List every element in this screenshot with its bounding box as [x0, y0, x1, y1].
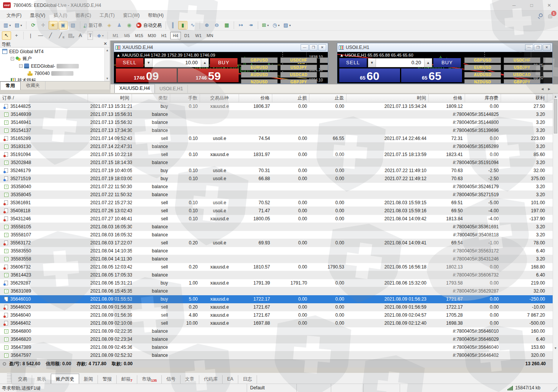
history-row-35558105[interactable]: ↑355581052021.08.03 16:05:30balance#:780…: [0, 223, 553, 231]
navigator-tab-常用[interactable]: 常用: [0, 81, 21, 90]
experts-icon[interactable]: ♟: [115, 21, 124, 29]
sell-button[interactable]: SELL: [116, 58, 143, 67]
scroll-up-icon[interactable]: ▲: [553, 95, 558, 98]
history-row-35646402[interactable]: 356464022021.08.09 02:10:08sell10.00xauu…: [0, 319, 553, 327]
history-row-35583558[interactable]: ↑355835582021.08.04 14:11:30balance#:780…: [0, 255, 553, 263]
navigator-item-2[interactable]: −EEDGlobal-: [0, 62, 104, 70]
scroll-down-icon[interactable]: ▼: [553, 346, 558, 350]
chart-restore-button[interactable]: ❒: [309, 44, 317, 50]
chart-minimize-button[interactable]: —: [301, 44, 309, 50]
history-row-35358045[interactable]: ↑353580452021.07.22 11:50:32balance#:780…: [0, 191, 553, 199]
volume-decrease-icon[interactable]: ▼: [145, 59, 153, 67]
chart-minimize-button[interactable]: —: [525, 44, 533, 50]
shapes-icon[interactable]: ◆▾: [96, 31, 105, 40]
volume-value[interactable]: 10.00: [153, 59, 201, 67]
column-header-3[interactable]: 手数: [170, 94, 200, 102]
terminal-tab-文章[interactable]: 文章: [181, 375, 199, 384]
timeframe-W1[interactable]: W1: [193, 32, 204, 39]
symbol-button-EURUSD[interactable]: EURUSD: [241, 65, 278, 70]
terminal-tab-日志[interactable]: 日志: [238, 375, 257, 384]
menu-item-3[interactable]: 图表(C): [72, 11, 96, 20]
scroll-up-icon[interactable]: ▲: [105, 49, 110, 52]
periods-icon[interactable]: ◷▾: [271, 21, 281, 29]
resize-grip[interactable]: [553, 387, 557, 391]
symbol-button-GBPUSD[interactable]: GBPUSD: [241, 57, 278, 63]
symbol-button-XAUUSD[interactable]: XAUUSD: [543, 57, 552, 63]
history-row-35154137[interactable]: ↑351541372021.07.13 17:34:30balance#:780…: [0, 127, 553, 135]
text-icon[interactable]: A: [76, 31, 85, 40]
symbol-button-USDJPY[interactable]: USDJPY: [280, 65, 317, 70]
zoom-out-icon[interactable]: ⊖: [212, 21, 221, 29]
history-row-35431246[interactable]: 354312462021.07.27 10:46:41sell0.10xauus…: [0, 215, 553, 223]
column-header-9[interactable]: 价格: [429, 94, 465, 102]
buy-button[interactable]: BUY: [210, 58, 238, 67]
notifications-icon[interactable]: 1: [548, 12, 554, 18]
history-row-35558107[interactable]: ↑355581072021.08.03 16:05:32balance#:780…: [0, 231, 553, 239]
history-row-35191094[interactable]: 351910942021.07.15 10:22:18sell0.10xauus…: [0, 151, 553, 159]
window-minimize-button[interactable]: ─: [505, 0, 523, 11]
bar-chart-icon[interactable]: ║: [168, 21, 177, 29]
column-header-0[interactable]: 订单 /: [0, 94, 88, 102]
terminal-tab-新闻[interactable]: 新闻: [79, 375, 98, 384]
navigator-icon[interactable]: ★: [49, 21, 58, 29]
vline-icon[interactable]: |: [26, 31, 35, 40]
chart-window-titlebar[interactable]: USOil.E,H1—❒✕: [337, 43, 552, 52]
symbol-button-NZDUSD[interactable]: NZDUSD: [464, 79, 501, 83]
history-row-35165289[interactable]: 351652892021.07.14 09:52:43sell0.10usoil…: [0, 135, 553, 143]
history-row-35646029[interactable]: 356460292021.08.09 01:56:39sell0.20xauus…: [0, 303, 553, 311]
symbol-button-USDCHF[interactable]: USDCHF: [504, 57, 540, 63]
hline-icon[interactable]: —: [36, 31, 45, 40]
symbol-button-EURUSD[interactable]: EURUSD: [464, 65, 501, 70]
history-row-35647597[interactable]: ↑356475972021.08.09 02:52:32balance#:780…: [0, 351, 553, 359]
timeframe-M5[interactable]: M5: [122, 32, 132, 39]
history-row-35202848[interactable]: ↑352028482021.07.15 18:14:33balance#:780…: [0, 159, 553, 167]
timeframe-D1[interactable]: D1: [182, 32, 192, 39]
new-order-icon[interactable]: ▯+新订单: [83, 21, 104, 29]
symbol-button-USOIL[interactable]: USOIL: [543, 65, 552, 70]
symbol-button-GBPJPY[interactable]: GBPJPY: [504, 79, 540, 83]
history-row-35583550[interactable]: ↑355835502021.08.04 14:10:35balance#:780…: [0, 247, 553, 255]
navigator-item-3[interactable]: 780040: [0, 70, 104, 77]
chart-close-button[interactable]: ✕: [543, 44, 551, 50]
indicators-icon[interactable]: ⊞▾: [260, 21, 270, 29]
navigator-scrollbar[interactable]: ▲ ▼: [104, 48, 110, 81]
volume-increase-icon[interactable]: ▲: [201, 59, 208, 67]
chart-tab-USOil.E,H1[interactable]: USOil.E,H1: [155, 85, 188, 93]
menu-item-4[interactable]: 工具(T): [95, 11, 119, 20]
sell-price[interactable]: 174609: [116, 68, 177, 82]
symbol-button-USDCAD[interactable]: USDCAD: [280, 72, 317, 78]
fibonacci-icon[interactable]: ▤F: [66, 31, 75, 40]
tree-expander-icon[interactable]: −: [11, 57, 14, 60]
chart-restore-button[interactable]: ❒: [534, 44, 542, 50]
terminal-tab-邮箱[interactable]: 邮箱7: [117, 375, 137, 384]
navigator-item-4[interactable]: 技术指标: [0, 77, 104, 81]
timeframe-H4[interactable]: H4: [170, 32, 181, 39]
terminal-tab-EA[interactable]: EA: [223, 375, 238, 384]
terminal-tab-警报[interactable]: 警报: [98, 375, 117, 384]
tree-expander-icon[interactable]: −: [19, 64, 23, 68]
chart-body[interactable]: GBPUSDUSDCHFXAUUSDEURUSDUSDJPYUSOILAUDUS…: [114, 52, 328, 83]
cursor-icon[interactable]: ↖: [2, 31, 11, 40]
chart-template-icon[interactable]: ⟳: [29, 21, 38, 29]
history-row-35183130[interactable]: ↑351831302021.07.14 22:47:31balance#:780…: [0, 143, 553, 151]
menu-item-2[interactable]: 插入(I): [49, 11, 71, 20]
status-profile[interactable]: Default: [247, 384, 296, 392]
volume-decrease-icon[interactable]: ▼: [368, 59, 376, 67]
history-row-35647389[interactable]: ↑356473892021.08.09 02:45:36balance#:780…: [0, 343, 553, 351]
candle-chart-icon[interactable]: ▮: [178, 21, 187, 29]
column-header-7[interactable]: 止盈: [309, 94, 347, 102]
channel-icon[interactable]: ╱E: [56, 31, 65, 40]
symbol-button-AUDUSD[interactable]: AUDUSD: [241, 72, 278, 78]
mql-community-icon[interactable]: ◉: [125, 21, 134, 29]
history-row-35146939[interactable]: ↑351469392021.07.13 15:56:31balance#:780…: [0, 111, 553, 119]
navigator-item-0[interactable]: EED Global MT4: [0, 48, 104, 55]
history-row-35646800[interactable]: ↑356468002021.08.09 02:22:35balance#:780…: [0, 327, 553, 335]
timeframe-M1[interactable]: M1: [110, 32, 121, 39]
history-row-35271519[interactable]: 352715192021.07.19 18:03:00buy0.10usoil.…: [0, 175, 553, 183]
sell-price[interactable]: 6560: [339, 68, 400, 82]
menu-item-0[interactable]: 文件(F): [2, 11, 26, 20]
chart-body[interactable]: GBPUSDUSDCHFXAUUSDEURUSDUSDJPYUSOILAUDUS…: [337, 52, 552, 83]
symbol-button-USDCAD[interactable]: USDCAD: [504, 72, 540, 78]
column-header-8[interactable]: 时间: [347, 94, 429, 102]
terminal-tab-交易[interactable]: 交易: [13, 375, 32, 384]
